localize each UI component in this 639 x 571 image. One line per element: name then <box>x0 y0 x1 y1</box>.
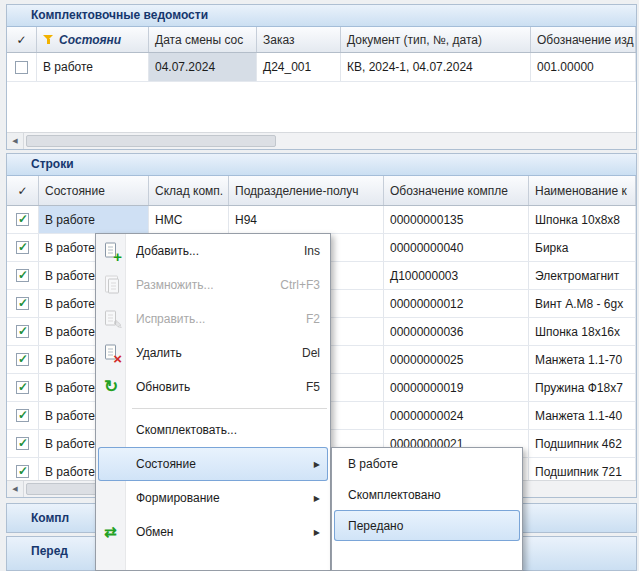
row-checkbox[interactable] <box>16 409 29 422</box>
state-submenu: В работе Скомплектовано Передано <box>331 447 523 571</box>
menu-item-delete[interactable]: Удалить Del <box>96 336 330 370</box>
submenu-item-v-rabote[interactable]: В работе <box>332 448 522 479</box>
cell-department[interactable]: Н94 <box>229 206 384 233</box>
cell-designation[interactable]: Д100000003 <box>384 262 529 289</box>
cell-designation[interactable]: 00000000040 <box>384 234 529 261</box>
cell-document[interactable]: КВ, 2024-1, 04.07.2024 <box>341 53 531 81</box>
row-checkbox-cell[interactable] <box>7 430 39 457</box>
cell-name[interactable]: Шпонка 10х8х8 <box>529 206 636 233</box>
column-header-department[interactable]: Подразделение-получ <box>229 176 384 205</box>
row-checkbox[interactable] <box>16 269 29 282</box>
menu-item-shortcut: F2 <box>306 312 320 326</box>
menu-item-obmen[interactable]: Обмен <box>96 515 330 549</box>
column-header-designation[interactable]: Обозначение изд <box>531 27 636 52</box>
cell-designation[interactable]: 00000000012 <box>384 290 529 317</box>
row-checkbox[interactable] <box>16 325 29 338</box>
cell-designation[interactable]: 00000000019 <box>384 374 529 401</box>
select-all-column-header[interactable]: ✓ <box>7 27 37 52</box>
menu-item-label: Скомплектовано <box>348 488 512 502</box>
table-row[interactable]: В работе НМС Н94 00000000135 Шпонка 10х8… <box>7 206 636 234</box>
cell-state[interactable]: В работе <box>39 206 149 233</box>
row-checkbox-cell[interactable] <box>7 53 37 81</box>
menu-item-formirovanie[interactable]: Формирование <box>96 481 330 515</box>
row-checkbox[interactable] <box>16 241 29 254</box>
row-checkbox[interactable] <box>16 353 29 366</box>
row-checkbox[interactable] <box>16 465 29 478</box>
menu-item-refresh[interactable]: Обновить F5 <box>96 370 330 404</box>
column-header-warehouse[interactable]: Склад комп. <box>149 176 229 205</box>
cell-name[interactable]: Шпонка 18х16х <box>529 318 636 345</box>
row-checkbox-cell[interactable] <box>7 318 39 345</box>
row-checkbox-cell[interactable] <box>7 374 39 401</box>
cell-date[interactable]: 04.07.2024 <box>149 53 257 81</box>
column-header-label: Состояни <box>59 33 121 47</box>
cell-designation[interactable]: 00000000036 <box>384 318 529 345</box>
cell-text: 00000000040 <box>390 241 463 255</box>
row-checkbox-cell[interactable] <box>7 290 39 317</box>
cell-name[interactable]: Электромагнит <box>529 262 636 289</box>
column-header-state[interactable]: Состояни <box>37 27 149 52</box>
cell-state[interactable]: В работе <box>37 53 149 81</box>
row-checkbox-cell[interactable] <box>7 402 39 429</box>
cell-designation[interactable]: 00000000024 <box>384 402 529 429</box>
menu-item-label: Состояние <box>136 457 306 471</box>
row-checkbox[interactable] <box>16 297 29 310</box>
submenu-item-peredano[interactable]: Передано <box>334 510 520 541</box>
filter-icon <box>43 34 54 45</box>
column-header-document[interactable]: Документ (тип, №, дата) <box>341 27 531 52</box>
cell-warehouse[interactable]: НМС <box>149 206 229 233</box>
panel-header-vedomosti[interactable]: Комплектовочные ведомости <box>7 5 636 27</box>
cell-name[interactable]: Манжета 1.1-40 <box>529 402 636 429</box>
scroll-left-arrow[interactable]: ◀ <box>7 481 24 497</box>
menu-item-label: Исправить... <box>136 312 296 326</box>
cell-text: Шпонка 10х8х8 <box>535 213 620 227</box>
cell-designation[interactable]: 001.00000 <box>531 53 636 81</box>
row-checkbox[interactable] <box>16 437 29 450</box>
cell-name[interactable]: Бирка <box>529 234 636 261</box>
duplicate-document-icon <box>103 276 122 295</box>
column-header-state[interactable]: Состояние <box>39 176 149 205</box>
column-header-label: Наименование к <box>535 184 627 198</box>
cell-name[interactable]: Пружина Ф18х7 <box>529 374 636 401</box>
cell-name[interactable]: Винт А.М8 - 6gх <box>529 290 636 317</box>
column-header-name[interactable]: Наименование к <box>529 176 636 205</box>
row-checkbox-cell[interactable] <box>7 262 39 289</box>
cell-text: НМС <box>155 213 182 227</box>
menu-item-add[interactable]: Добавить... Ins <box>96 234 330 268</box>
menu-item-skomplektovat[interactable]: Скомплектовать... <box>96 413 330 447</box>
cell-designation[interactable]: 00000000135 <box>384 206 529 233</box>
menu-item-label: Передано <box>348 519 512 533</box>
cell-designation[interactable]: 00000000025 <box>384 346 529 373</box>
menu-item-sostoyanie[interactable]: Состояние <box>98 447 328 481</box>
row-checkbox[interactable] <box>16 213 29 226</box>
panel-header-stroki[interactable]: Строки <box>7 154 636 176</box>
cell-name[interactable]: Подшипник 721 <box>529 458 636 480</box>
cell-text: 00000000024 <box>390 409 463 423</box>
menu-item-duplicate[interactable]: Размножить... Ctrl+F3 <box>96 268 330 302</box>
column-header-order[interactable]: Заказ <box>257 27 341 52</box>
menu-item-edit[interactable]: Исправить... F2 <box>96 302 330 336</box>
select-all-column-header[interactable]: ✓ <box>7 176 39 205</box>
column-header-designation[interactable]: Обозначение компле <box>384 176 529 205</box>
menu-item-label: Обмен <box>136 525 306 539</box>
column-header-date[interactable]: Дата смены сос <box>149 27 257 52</box>
cell-order[interactable]: Д24_001 <box>257 53 341 81</box>
cell-text: В работе <box>45 241 95 255</box>
horizontal-scrollbar[interactable]: ◀ <box>7 132 636 149</box>
row-checkbox[interactable] <box>16 381 29 394</box>
row-checkbox-cell[interactable] <box>7 234 39 261</box>
cell-name[interactable]: Манжета 1.1-70 <box>529 346 636 373</box>
scrollbar-thumb[interactable] <box>26 135 276 147</box>
cell-name[interactable]: Подшипник 462 <box>529 430 636 457</box>
row-checkbox-cell[interactable] <box>7 206 39 233</box>
column-header-label: Подразделение-получ <box>235 184 359 198</box>
submenu-item-skomplektovano[interactable]: Скомплектовано <box>332 479 522 510</box>
table-row[interactable]: В работе 04.07.2024 Д24_001 КВ, 2024-1, … <box>7 53 636 82</box>
scroll-left-arrow[interactable]: ◀ <box>7 133 24 149</box>
row-checkbox-cell[interactable] <box>7 458 39 480</box>
row-checkbox-cell[interactable] <box>7 346 39 373</box>
row-checkbox[interactable] <box>15 61 28 74</box>
cell-text: Шпонка 18х16х <box>535 325 620 339</box>
menu-item-shortcut: Del <box>302 346 320 360</box>
edit-document-icon <box>103 310 122 329</box>
